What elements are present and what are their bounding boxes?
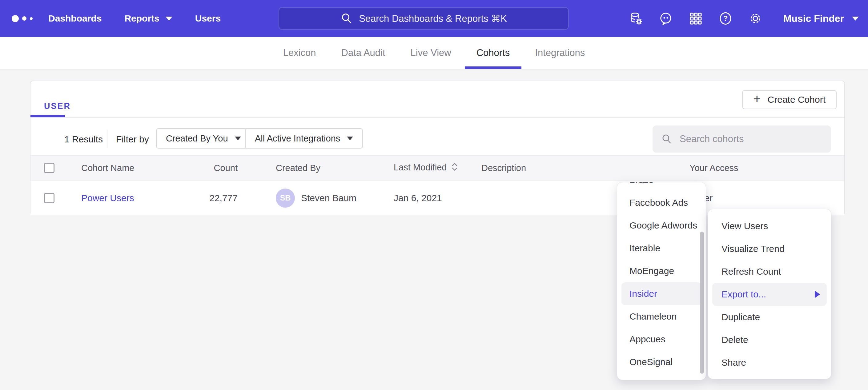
tab-data-audit-label: Data Audit xyxy=(341,47,385,59)
account-name-label: Music Finder xyxy=(783,13,844,24)
plus-icon: + xyxy=(753,93,761,105)
column-header-last-modified[interactable]: Last Modified xyxy=(394,162,458,174)
last-modified-value: Jan 6, 2021 xyxy=(394,193,442,203)
nav-item-dashboards-label: Dashboards xyxy=(48,13,101,24)
feedback-icon[interactable] xyxy=(658,11,673,26)
chevron-down-icon xyxy=(347,136,353,140)
data-settings-icon[interactable] xyxy=(628,11,643,26)
tab-lexicon-label: Lexicon xyxy=(283,47,316,59)
last-modified-label: Last Modified xyxy=(394,162,447,172)
menu-item-onesignal[interactable]: OneSignal xyxy=(617,351,706,373)
cohorts-panel: USER + Create Cohort 1 Results Filter by… xyxy=(30,80,845,215)
cohort-search-placeholder: Search cohorts xyxy=(680,133,744,144)
tab-live-view[interactable]: Live View xyxy=(411,37,451,69)
select-all-checkbox[interactable] xyxy=(44,163,55,173)
global-search-placeholder: Search Dashboards & Reports ⌘K xyxy=(359,13,507,24)
cohort-search-input[interactable]: Search cohorts xyxy=(653,126,831,153)
account-switcher[interactable]: Music Finder xyxy=(783,13,859,24)
search-icon xyxy=(340,12,353,25)
create-cohort-label: Create Cohort xyxy=(768,94,826,105)
menu-item-chameleon[interactable]: Chameleon xyxy=(617,305,706,328)
svg-text:?: ? xyxy=(723,14,727,23)
chevron-down-icon xyxy=(165,17,173,21)
submenu-arrow-icon xyxy=(815,291,820,298)
export-destination-menu: Braze Facebook Ads Google Adwords Iterab… xyxy=(617,183,706,380)
nav-item-users[interactable]: Users xyxy=(195,13,221,24)
topnav-right-controls: ? Music Finder xyxy=(628,0,859,37)
filter-by-label: Filter by xyxy=(116,134,149,144)
nav-item-dashboards[interactable]: Dashboards xyxy=(48,13,101,24)
top-navigation-bar: Dashboards Reports Users Search Dashboar… xyxy=(0,0,868,37)
results-count: 1 Results xyxy=(64,134,103,144)
global-search-input[interactable]: Search Dashboards & Reports ⌘K xyxy=(279,7,569,30)
primary-nav-links: Dashboards Reports Users xyxy=(48,0,221,37)
divider xyxy=(30,117,844,118)
row-context-menu: View Users Visualize Trend Refresh Count… xyxy=(708,209,831,379)
tab-user-cohorts[interactable]: USER xyxy=(44,101,71,111)
menu-item-iterable[interactable]: Iterable xyxy=(617,237,706,260)
avatar: SB xyxy=(276,189,295,207)
chevron-down-icon xyxy=(235,136,241,140)
menu-item-share[interactable]: Share xyxy=(708,351,831,374)
integrations-filter-dropdown[interactable]: All Active Integrations xyxy=(245,128,363,149)
tab-lexicon[interactable]: Lexicon xyxy=(283,37,316,69)
menu-item-duplicate[interactable]: Duplicate xyxy=(708,306,831,328)
section-tabbar: Lexicon Data Audit Live View Cohorts Int… xyxy=(0,37,868,69)
menu-item-braze[interactable]: Braze xyxy=(617,183,706,191)
nav-item-reports-label: Reports xyxy=(124,13,159,24)
row-context-list: View Users Visualize Trend Refresh Count… xyxy=(708,215,831,374)
table-header-row: Cohort Name Count Created By Last Modifi… xyxy=(30,155,844,181)
column-header-created-by[interactable]: Created By xyxy=(276,163,320,173)
menu-item-export-to[interactable]: Export to... xyxy=(712,283,827,306)
creator-name: Steven Baum xyxy=(301,193,356,203)
column-header-cohort-name[interactable]: Cohort Name xyxy=(81,163,134,173)
column-header-count[interactable]: Count xyxy=(187,163,238,173)
divider xyxy=(107,130,107,148)
export-to-label: Export to... xyxy=(721,289,766,300)
menu-item-delete[interactable]: Delete xyxy=(708,328,831,351)
menu-item-google-adwords[interactable]: Google Adwords xyxy=(617,214,706,237)
tab-cohorts-label: Cohorts xyxy=(476,47,510,59)
column-header-description[interactable]: Description xyxy=(482,163,526,173)
column-header-your-access[interactable]: Your Access xyxy=(689,163,738,173)
create-cohort-button[interactable]: + Create Cohort xyxy=(742,90,837,109)
row-checkbox[interactable] xyxy=(44,193,55,203)
nav-item-reports[interactable]: Reports xyxy=(124,13,172,24)
menu-item-refresh-count[interactable]: Refresh Count xyxy=(708,260,831,283)
menu-item-visualize-trend[interactable]: Visualize Trend xyxy=(708,237,831,260)
created-by-filter-dropdown[interactable]: Created By You xyxy=(156,128,251,149)
integrations-filter-label: All Active Integrations xyxy=(255,133,340,143)
tab-data-audit[interactable]: Data Audit xyxy=(341,37,385,69)
brand-logo-icon[interactable] xyxy=(12,0,33,37)
settings-gear-icon[interactable] xyxy=(748,11,763,26)
scrollbar-thumb[interactable] xyxy=(700,232,704,374)
created-by-cell: SB Steven Baum xyxy=(276,189,356,207)
tab-cohorts[interactable]: Cohorts xyxy=(476,37,510,69)
cohort-name-link[interactable]: Power Users xyxy=(81,193,134,203)
menu-item-moengage[interactable]: MoEngage xyxy=(617,260,706,282)
menu-item-view-users[interactable]: View Users xyxy=(708,215,831,237)
help-icon[interactable]: ? xyxy=(718,11,733,26)
sort-icon[interactable] xyxy=(451,162,458,174)
export-destination-list: Braze Facebook Ads Google Adwords Iterab… xyxy=(617,183,706,373)
created-by-filter-label: Created By You xyxy=(166,133,228,143)
apps-grid-icon[interactable] xyxy=(688,11,703,26)
search-icon xyxy=(661,133,672,144)
tab-integrations[interactable]: Integrations xyxy=(535,37,585,69)
cohort-count-value: 22,777 xyxy=(187,193,238,203)
nav-item-users-label: Users xyxy=(195,13,221,24)
tab-live-view-label: Live View xyxy=(411,47,451,59)
menu-item-insider[interactable]: Insider xyxy=(621,282,702,305)
tab-integrations-label: Integrations xyxy=(535,47,585,59)
menu-item-facebook-ads[interactable]: Facebook Ads xyxy=(617,191,706,214)
chevron-down-icon xyxy=(852,17,859,21)
menu-item-appcues[interactable]: Appcues xyxy=(617,328,706,351)
